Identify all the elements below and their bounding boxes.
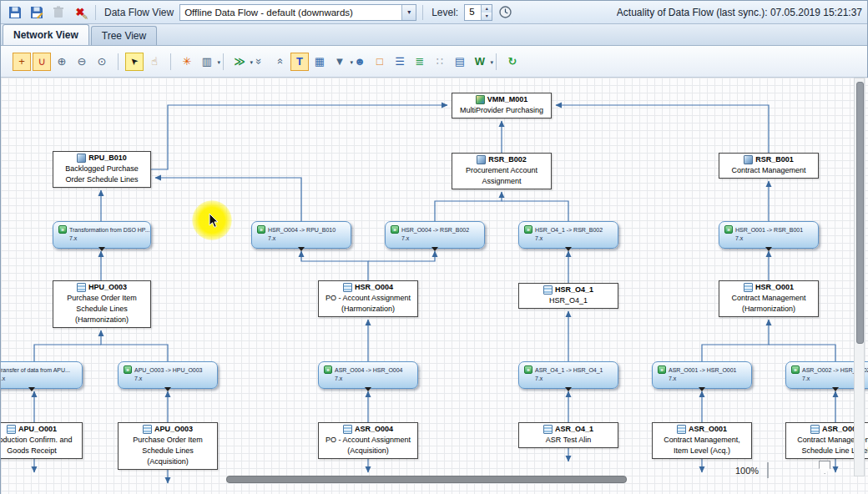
infocube-icon bbox=[477, 155, 486, 164]
actuality-text: Actuality of Data Flow (last sync.): 07.… bbox=[617, 7, 862, 18]
layers-icon[interactable]: ≣ bbox=[411, 53, 429, 71]
pan-hand-icon[interactable]: ☝ bbox=[145, 53, 164, 71]
flow-edge bbox=[556, 105, 769, 153]
node-id: HSR_O4_1 bbox=[555, 285, 593, 295]
text-display-icon[interactable]: T bbox=[290, 53, 309, 71]
sync-clock-button[interactable] bbox=[496, 3, 514, 22]
infoprovider-node[interactable]: HSR_O001Contract Management(Harmonizatio… bbox=[719, 280, 819, 317]
remove-connection-icon[interactable]: ✳ bbox=[178, 53, 196, 71]
transformation-node[interactable]: »HSR_O4_1 -> RSR_B0027.x bbox=[518, 221, 618, 249]
transformation-node[interactable]: »APU_O003 -> HPU_O0037.x bbox=[118, 361, 218, 389]
node-description-line: (Harmonization) bbox=[54, 315, 149, 325]
delete-button[interactable] bbox=[49, 3, 68, 22]
toolbar-separator bbox=[95, 5, 96, 20]
transformation-node[interactable]: »HSR_O004 -> RSR_B0027.x bbox=[385, 221, 485, 249]
zoom-out-icon[interactable]: ⊖ bbox=[73, 53, 91, 71]
infoprovider-node[interactable]: APU_O003Purchase Order ItemSchedule Line… bbox=[118, 422, 218, 470]
transformation-version: 7.x bbox=[252, 234, 351, 241]
magnet-icon[interactable]: ∪ bbox=[33, 53, 51, 71]
data-targets-icon[interactable]: ☰ bbox=[391, 53, 409, 71]
level-spinner[interactable]: 5 ▴▾ bbox=[464, 4, 492, 21]
show-transformations-icon: ≫ bbox=[234, 56, 245, 67]
infoprovider-node[interactable]: ASR_O001Contract Management,Item Level (… bbox=[652, 422, 752, 459]
transformation-node[interactable]: »ASR_O001 -> HSR_O0017.x bbox=[652, 361, 752, 389]
vertical-scrollbar[interactable] bbox=[854, 78, 865, 476]
collapse-all-icon[interactable]: » bbox=[250, 53, 269, 71]
toolbar-separator bbox=[170, 53, 171, 70]
infoprovider-node[interactable]: ASR_O4_1ASR Test Alin bbox=[518, 422, 618, 448]
highlight-objects-icon[interactable]: □ bbox=[371, 53, 389, 71]
table-display-icon[interactable]: ▦ bbox=[310, 53, 329, 71]
magnet-icon: ∪ bbox=[38, 56, 46, 67]
transformation-node[interactable]: »ASR_O004 -> HSR_O0047.x bbox=[318, 361, 418, 389]
infoprovider-node[interactable]: APU_O001Production Confirm. andGoods Rec… bbox=[1, 422, 83, 459]
filter-icon[interactable]: ▼▾ bbox=[331, 53, 349, 71]
transformation-node[interactable]: »HSR_O001 -> RSR_B0017.x bbox=[719, 221, 819, 249]
horizontal-scrollbar-thumb[interactable] bbox=[226, 476, 627, 483]
save-button[interactable] bbox=[6, 3, 24, 22]
data-targets-icon: ☰ bbox=[395, 56, 405, 67]
node-id: APU_O003 bbox=[154, 424, 193, 435]
infoprovider-node[interactable]: HPU_O003Purchase Order ItemSchedule Line… bbox=[53, 280, 151, 328]
refresh-icon[interactable]: ↻ bbox=[503, 53, 522, 71]
transformation-version: 7.x bbox=[519, 374, 618, 381]
transformation-version: 7.x bbox=[719, 234, 818, 241]
node-description-line: (Harmonization) bbox=[720, 304, 817, 315]
floppy-icon bbox=[8, 6, 22, 19]
dso-icon bbox=[343, 425, 352, 434]
dso-icon bbox=[744, 283, 753, 292]
flow-edge bbox=[502, 201, 568, 221]
infoprovider-node[interactable]: ASR_O004PO - Account Assignment(Acquisit… bbox=[318, 422, 418, 459]
text-display-icon: T bbox=[296, 56, 303, 67]
infoprovider-node[interactable]: RSR_B002Procurement AccountAssignment bbox=[452, 153, 552, 189]
dropdown-caret-icon[interactable]: ▾ bbox=[490, 59, 493, 66]
infoprovider-node[interactable]: RPU_B010Backlogged PurchaseOrder Schedul… bbox=[53, 151, 151, 188]
transformation-node[interactable]: »Transformation from DSO HP...7.x bbox=[53, 221, 151, 249]
spinner-arrows-icon[interactable]: ▴▾ bbox=[481, 5, 492, 20]
tab-tree-view[interactable]: Tree View bbox=[91, 26, 157, 45]
transformation-version: 7.x bbox=[386, 234, 484, 241]
transformation-node[interactable]: »Transfer of data from APU...7.x bbox=[1, 361, 83, 389]
word-export-icon[interactable]: W▾ bbox=[471, 53, 489, 71]
save-as-button[interactable] bbox=[28, 3, 46, 22]
layers-icon: ≣ bbox=[416, 56, 425, 67]
dso-icon bbox=[343, 283, 352, 292]
transformation-icon: » bbox=[791, 365, 800, 374]
node-description-line: (Harmonization) bbox=[320, 304, 416, 315]
zoom-slider-track[interactable] bbox=[767, 462, 769, 478]
expand-all-icon[interactable]: » bbox=[270, 53, 289, 71]
transformation-node[interactable]: »HSR_O004 -> RPU_B0107.x bbox=[251, 221, 351, 249]
zoom-in-icon[interactable]: ⊕ bbox=[53, 53, 71, 71]
zoom-tool-icon[interactable]: ⊙ bbox=[93, 53, 111, 71]
flow-edge bbox=[101, 330, 168, 361]
discard-view-button[interactable]: ✖ ✎ bbox=[71, 3, 89, 22]
infoprovider-node[interactable]: RSR_B001Contract Management bbox=[719, 153, 819, 179]
vertical-layout-icon[interactable]: ▥▾ bbox=[198, 53, 216, 71]
show-transformations-icon[interactable]: ≫▾ bbox=[230, 53, 249, 71]
node-description-line: Contract Management bbox=[720, 293, 817, 304]
transformation-node[interactable]: »ASR_O4_1 -> HSR_O4_17.x bbox=[518, 361, 618, 389]
network-canvas[interactable]: VMM_M001MultiProvider PurchasingRPU_B010… bbox=[1, 78, 868, 494]
combo-dropdown-icon[interactable]: ▾ bbox=[401, 5, 416, 20]
tab-network-view[interactable]: Network View bbox=[3, 24, 89, 45]
transformation-version: 7.x bbox=[319, 374, 417, 381]
mouse-cursor-icon bbox=[209, 213, 220, 229]
grid-dots-icon[interactable]: ∷ bbox=[431, 53, 449, 71]
zoom-control: 100% bbox=[735, 463, 769, 478]
users-icon[interactable]: ☻ bbox=[351, 53, 369, 71]
flow-edge bbox=[702, 320, 769, 361]
vertical-scrollbar-thumb[interactable] bbox=[856, 82, 864, 344]
infoprovider-node[interactable]: HSR_O4_1HSR_O4_1 bbox=[518, 283, 618, 309]
infoprovider-node[interactable]: HSR_O004PO - Account Assignment(Harmoniz… bbox=[318, 280, 418, 317]
transformation-version: 7.x bbox=[519, 234, 618, 241]
infoprovider-node[interactable]: VMM_M001MultiProvider Purchasing bbox=[452, 93, 552, 118]
dso-icon bbox=[543, 285, 553, 295]
data-flow-combo[interactable]: Offline Data Flow - default (downwards) … bbox=[179, 4, 416, 21]
select-cursor-icon[interactable]: ➤ bbox=[125, 53, 144, 71]
dso-icon bbox=[143, 425, 152, 434]
dropdown-caret-icon[interactable]: ▾ bbox=[217, 59, 220, 66]
table-settings-icon[interactable]: ▤ bbox=[451, 53, 469, 71]
grid-snap-icon[interactable]: + bbox=[13, 53, 31, 71]
node-id: ASR_O004 bbox=[355, 424, 393, 435]
zoom-slider-thumb[interactable] bbox=[819, 461, 830, 474]
